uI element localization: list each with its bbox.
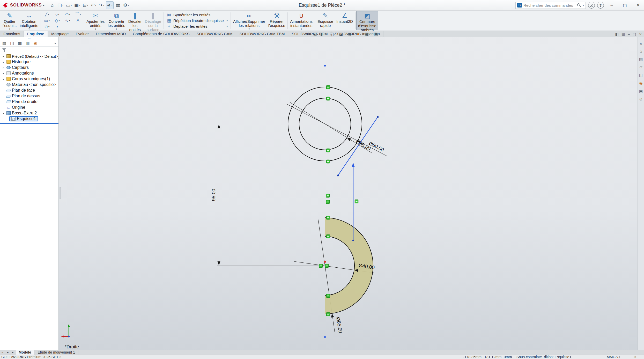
smart-dimension-button[interactable]: ↔ Cotationintelligente ▾ [18,11,40,30]
motion-study-tab[interactable]: Etude de mouvement 1 [34,350,78,355]
tree-filter-bar[interactable] [0,47,58,53]
new-document-button[interactable]: ▢▾ [57,1,64,9]
tree-item-capteurs[interactable]: ▸ Capteurs [0,65,58,70]
quick-snaps-button[interactable]: ∪ Aimantationsinstantanées ▾ [288,11,314,30]
model-tab[interactable]: Modèle [16,350,34,355]
propertymanager-tab-icon[interactable]: ◫ [10,41,14,46]
open-button[interactable]: ▭▾ [65,1,73,9]
configurationmanager-tab-icon[interactable]: ▦ [18,41,22,46]
convert-entities-button[interactable]: ⧉ Convertirles entités ▾ [106,11,127,30]
tree-item-boss-extru2[interactable]: ▾ Boss.-Extru.2 [0,110,58,116]
expand-icon[interactable]: ▸ [2,55,5,58]
view-settings-icon[interactable]: ▣▾ [374,31,380,37]
selected-tree-item[interactable]: Esquisse1 [9,116,38,121]
tab-cam[interactable]: SOLIDWORKS CAM [193,31,236,37]
trim-entities-button[interactable]: ✂ Ajuster lesentités ▾ [85,11,106,30]
taskpane-custom-properties-icon[interactable]: ▣ [639,89,643,93]
taskpane-collapse-icon[interactable]: « [640,41,642,46]
section-view-icon[interactable]: ◧▾ [320,31,326,37]
tab-fonctions[interactable]: Fonctions [0,31,24,37]
rectangle-tool[interactable]: ▭▾ [42,18,52,24]
taskpane-resources-icon[interactable]: ⌂ [640,49,642,53]
display-style-icon[interactable]: ◪▾ [339,31,345,37]
tree-item-corps-volumiques[interactable]: ▸ Corps volumiques(1) [0,76,58,82]
options-button[interactable]: ⚙▾ [122,1,130,9]
tab-cam-tbm[interactable]: SOLIDWORKS CAM TBM [236,31,288,37]
tree-root-part[interactable]: ▸ Pièce2 (Défaut) <<Défaut>_Etat d'affi.… [0,53,58,59]
select-tool-button[interactable]: ➤▾ [106,1,114,9]
tab-scroll-next-icon[interactable]: ▸ [10,350,16,355]
units-selector[interactable]: MMGS [607,355,618,359]
status-globe-icon[interactable]: ⊕ [633,355,636,359]
taskpane-file-explorer-icon[interactable]: ▱ [639,65,642,69]
zoom-area-icon[interactable]: ⊞ [313,31,317,37]
panel-pin-icon[interactable]: ▸ [55,41,56,45]
minimize-button[interactable]: – [606,0,617,10]
apply-scene-icon[interactable]: ▦▾ [365,31,371,37]
rollback-bar[interactable] [0,123,58,124]
sketch-ink-button[interactable]: ✎ Esquisserapide [316,11,335,30]
tab-evaluer[interactable]: Evaluer [72,31,92,37]
tree-item-plan-de-droite[interactable]: Plan de droite [0,99,58,105]
units-caret-icon[interactable]: ▾ [619,355,620,359]
tab-scroll-first-icon[interactable]: « [0,350,5,355]
user-account-icon[interactable] [588,2,595,9]
tab-dimensions-mbd[interactable]: Dimensions MBD [92,31,129,37]
exit-sketch-button[interactable]: ✎ Quitterl'esqui... ▾ [1,11,18,30]
close-button[interactable]: ✕ [633,0,643,10]
restore-button[interactable]: ▢ [619,0,630,10]
arc-tool[interactable]: ◠▾ [62,11,73,18]
taskpane-appearances-icon[interactable]: ◉ [639,81,642,85]
doc-close-icon[interactable]: ✕ [639,32,642,36]
move-entities-button[interactable]: + Déplacer les entités ▾ [167,24,228,29]
hide-show-items-icon[interactable]: ◉▾ [348,31,353,37]
tab-marquage[interactable]: Marquage [48,31,72,37]
repair-sketch-button[interactable]: ⚒ Réparerl'esquisse [267,11,287,30]
tree-item-origine[interactable]: ∟ Origine [0,105,58,110]
expand-icon[interactable]: ▸ [2,66,5,69]
expand-icon[interactable]: ▸ [2,61,5,63]
tree-item-historique[interactable]: ▸ Historique [0,59,58,65]
search-input[interactable] [523,3,575,8]
ellipse-tool[interactable]: ⊙▾ [42,24,52,30]
collapse-icon[interactable]: ▾ [2,112,5,115]
graphics-viewport[interactable] [59,37,638,350]
tree-item-plan-de-dessus[interactable]: Plan de dessus [0,93,58,99]
taskpane-view-palette-icon[interactable]: ◫ [639,73,643,77]
fillet-tool[interactable]: ⌒▾ [73,11,83,18]
point-tool[interactable]: • [52,24,62,30]
magnifier-icon[interactable] [577,3,581,7]
circle-tool[interactable]: ○▾ [52,11,62,18]
undo-button[interactable]: ↶▾ [90,1,97,9]
save-button[interactable]: ▣▾ [73,1,81,9]
menu-expand-icon[interactable]: ▸ [43,4,45,7]
mirror-entities-button[interactable]: ⋈ Symétriser les entités [167,12,228,18]
taskpane-forum-icon[interactable]: ⊕ [639,97,643,101]
pane-split-icon[interactable]: ◧ [615,32,619,36]
tab-esquisse[interactable]: Esquisse [24,31,48,37]
tree-item-materiau[interactable]: Matériau <non spécifié> [0,82,58,87]
spline-tool[interactable]: ∿▾ [62,18,73,24]
shaded-sketch-contours-button[interactable]: ◩ Contoursd'esquisseombrés [356,11,378,30]
panel-splitter-handle[interactable]: ⋯ [0,37,58,40]
view-orientation-icon[interactable]: ◱▾ [329,31,335,37]
tree-item-annotations[interactable]: ▸ Annotations [0,70,58,76]
line-tool[interactable]: ╱▾ [42,11,52,18]
home-button[interactable]: ⌂ [49,1,56,9]
taskpane-design-library-icon[interactable]: ▤ [639,57,643,61]
tab-scroll-prev-icon[interactable]: ◂ [5,350,10,355]
tab-complements[interactable]: Compléments de SOLIDWORKS [129,31,193,37]
tree-item-esquisse1[interactable]: Esquisse1 [0,116,58,122]
display-delete-relations-button[interactable]: ∞ Afficher/Supprimerles relations ▾ [232,11,267,30]
displaymanager-tab-icon[interactable]: ◉ [34,41,37,46]
expand-icon[interactable]: ▸ [2,78,5,80]
polygon-tool[interactable]: ◇▾ [52,18,62,24]
command-search[interactable]: S ▾ [515,2,586,9]
doc-restore-icon[interactable]: ▢ [633,32,636,36]
edit-appearance-icon[interactable]: ●▾ [357,32,361,37]
zoom-fit-icon[interactable]: ⌖ [307,32,310,37]
doc-minimize-icon[interactable]: – [628,32,630,36]
linear-sketch-pattern-button[interactable]: ▦ Répétition linéaire d'esquisse ▾ [167,18,228,23]
redo-button[interactable]: ↷▾ [98,1,105,9]
tree-item-plan-de-face[interactable]: Plan de face [0,87,58,93]
